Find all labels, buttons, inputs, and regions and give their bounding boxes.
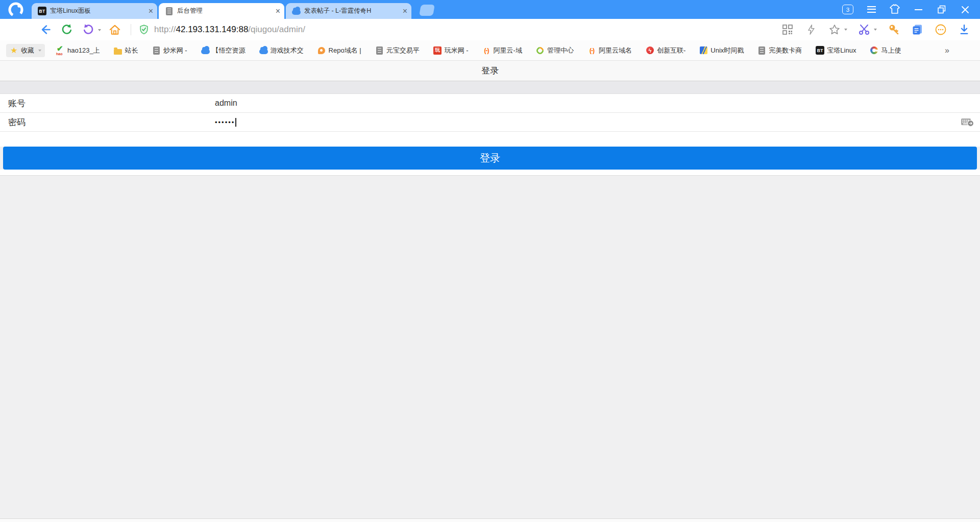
password-manager-button[interactable] [887,23,900,36]
bookmarks-bar: ★收藏✔haohao123_上站长炒米网 -【悟空资源游戏技术交Repo域名 |… [0,40,980,61]
favorite-star-button[interactable] [828,23,841,36]
bookmark-item-7[interactable]: 元宝交易平 [375,46,420,55]
login-button[interactable]: 登录 [3,147,977,170]
url-text[interactable]: http://42.193.131.149:88/qiugou/admin/ [154,25,305,35]
password-input[interactable]: •••••• [215,117,236,127]
bookmark-label: hao123_上 [67,46,100,55]
tab-title: 后台管理 [177,7,273,15]
password-masked-value: •••••• [215,118,235,126]
bookmark-item-1[interactable]: ✔haohao123_上 [56,46,100,55]
task-count-value: 3 [842,5,853,14]
maximize-button[interactable] [930,0,953,19]
new-tab-button[interactable] [419,5,435,16]
security-shield-icon[interactable] [138,23,150,36]
download-icon [958,23,970,36]
favorites-dropdown-caret [38,50,41,52]
bookmark-label: 玩米网 - [445,46,469,55]
bookmark-label: Repo域名 | [329,46,361,55]
minimize-icon [915,9,922,10]
more-tools-button[interactable] [934,23,947,36]
sogou-logo-icon [8,1,24,18]
bookmark-label: 宝塔Linux [827,46,856,55]
toolbar-right-icons [771,23,971,36]
address-bar[interactable]: http://42.193.131.149:88/qiugou/admin/ [138,23,771,36]
bookmark-item-9[interactable]: (-)阿里云-域 [482,46,522,55]
tab-2[interactable]: 后台管理× [159,3,284,19]
reload-icon [60,23,74,36]
bookmark-item-14[interactable]: 完美数卡商 [757,46,802,55]
tab-close-icon[interactable]: × [149,7,153,15]
close-button[interactable] [953,0,977,19]
key-icon [887,23,900,36]
lightning-icon [805,23,817,36]
back-arrow-icon [39,23,52,36]
button-spacer [0,132,980,147]
star-dropdown-caret[interactable] [844,29,847,31]
wan-icon: 玩 [433,46,442,55]
url-host: 42.193.131.149:88 [176,25,249,34]
bookmark-item-10[interactable]: 管理中心 [536,46,574,55]
bookmarks-list: ★收藏✔haohao123_上站长炒米网 -【悟空资源游戏技术交Repo域名 |… [6,44,915,57]
page-title: 登录 [481,65,499,77]
qr-code-button[interactable] [781,23,794,36]
bt-icon: BT [816,46,824,55]
doc-icon [375,46,384,55]
undo-dropdown-caret[interactable] [98,29,101,31]
cloud-icon [259,46,268,55]
home-button[interactable] [108,23,121,36]
url-prefix: http:// [154,25,176,34]
circle-green-icon [536,46,545,55]
bookmark-item-8[interactable]: 玩玩米网 - [433,46,469,55]
tab-close-icon[interactable]: × [403,7,407,15]
page-footer-strip [0,518,980,522]
clipboard-button[interactable] [911,23,924,36]
input-keyboard-toggle[interactable] [961,117,974,130]
bookmark-item-4[interactable]: 【悟空资源 [201,46,246,55]
bookmark-item-3[interactable]: 炒米网 - [152,46,187,55]
bookmark-item-5[interactable]: 游戏技术交 [259,46,304,55]
tab-1[interactable]: BT宝塔Linux面板× [32,3,157,19]
accelerator-button[interactable] [804,23,818,36]
doc-icon [757,46,766,55]
bookmark-item-6[interactable]: Repo域名 | [317,46,361,55]
bookmark-item-13[interactable]: Unix时间戳 [699,46,744,55]
scissors-icon [857,23,871,36]
folder-icon [114,46,122,55]
bookmark-item-2[interactable]: 站长 [114,46,138,55]
bookmarks-overflow-chevron[interactable]: » [945,46,949,55]
download-button[interactable] [958,23,971,36]
bookmark-item-11[interactable]: (-)阿里云域名 [587,46,632,55]
content-bottom-strip [0,170,980,176]
star-yellow-icon: ★ [10,46,18,55]
toolbar-divider [131,24,131,35]
browser-logo[interactable] [0,0,32,19]
account-row: 账号 admin [0,94,980,113]
window-controls: 3 [836,0,980,19]
screenshot-dropdown-caret[interactable] [874,29,877,31]
bookmark-label: 收藏 [21,46,34,55]
minimize-button[interactable] [906,0,930,19]
tab-close-icon[interactable]: × [276,7,280,15]
tab-strip: BT宝塔Linux面板×后台管理×发表帖子 - L-雷霆传奇H× [32,3,413,19]
bookmark-item-15[interactable]: BT宝塔Linux [816,46,856,55]
back-button[interactable] [39,23,52,36]
bookmark-label: 站长 [125,46,138,55]
account-input[interactable]: admin [215,99,237,108]
undo-button[interactable] [82,23,95,36]
tab-3[interactable]: 发表帖子 - L-雷霆传奇H× [286,3,411,19]
lightning-red-icon: ϟ [646,46,654,55]
hao123-icon: ✔hao [56,46,65,55]
page-header: 登录 [0,61,980,81]
password-label: 密码 [0,116,215,128]
bookmark-label: 炒米网 - [163,46,187,55]
bookmark-item-16[interactable]: 马上使 [870,46,901,55]
task-count-badge[interactable]: 3 [836,0,860,19]
clipboard-icon [911,23,924,36]
skin-button[interactable] [883,0,906,19]
favorites-menu-button[interactable]: ★收藏 [6,44,45,57]
screenshot-button[interactable] [857,23,871,36]
reload-button[interactable] [60,23,74,36]
menu-button[interactable] [860,0,883,19]
tab-title: 宝塔Linux面板 [50,7,145,15]
bookmark-item-12[interactable]: ϟ创新互联- [646,46,685,55]
